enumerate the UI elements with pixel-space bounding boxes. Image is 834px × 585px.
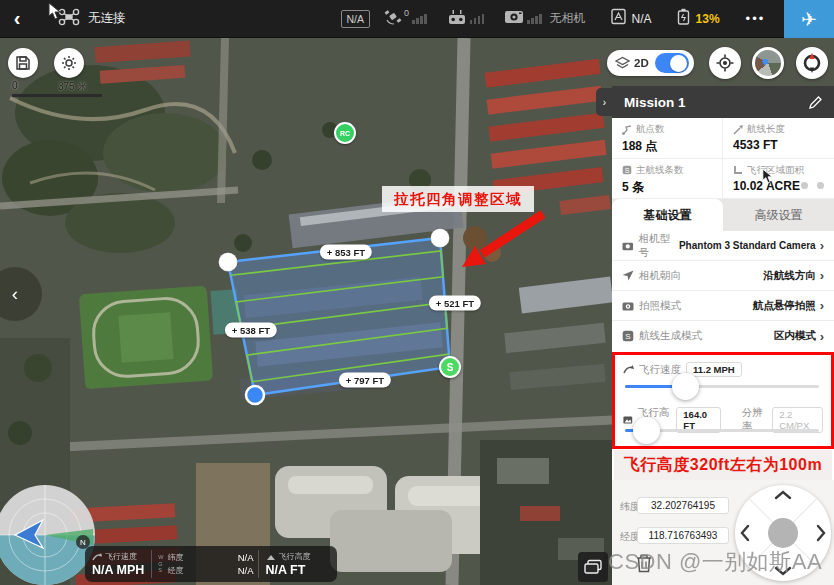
rc-signal-bars	[470, 14, 485, 24]
mode-badge: N/A	[341, 10, 371, 28]
scale-distance: 375 米	[58, 80, 87, 94]
mission-panel: Mission 1 航点数 188 点 航线长度 4533 FT	[612, 86, 834, 585]
satellite-signal-bars	[412, 14, 427, 24]
compass-north-badge: N	[76, 535, 90, 549]
edge-length-top: + 853 FT	[320, 245, 372, 260]
corner-handle-top-right[interactable]	[431, 229, 450, 248]
camera-model-icon	[622, 241, 634, 251]
lat-field[interactable]: 32.202764195	[637, 497, 729, 514]
2d-toggle[interactable]	[655, 53, 689, 73]
camera-heading-icon	[622, 270, 634, 281]
altitude-slider[interactable]	[625, 429, 819, 432]
connection-status: 无连接	[88, 10, 126, 27]
stat-route-length: 航线长度 4533 FT	[723, 118, 834, 159]
stat-main-lines: S 主航线条数 5 条	[612, 159, 723, 200]
lng-field[interactable]: 118.716763493	[637, 527, 729, 544]
row-camera-model[interactable]: 相机型号 Phantom 3 Standard Camera ›	[612, 231, 834, 261]
dpad-center[interactable]	[768, 518, 798, 548]
map-type-button[interactable]	[578, 552, 608, 582]
flight-mode-value: N/A	[632, 12, 652, 26]
telemetry-lat-value: N/A	[238, 552, 254, 563]
svg-text:S: S	[625, 332, 630, 341]
camera-status-text: 无相机	[550, 10, 586, 27]
flight-altitude-icon	[623, 415, 633, 425]
mission-title: Mission 1	[624, 95, 809, 110]
settings-tabs: 基础设置 高级设置	[612, 199, 834, 231]
rc-location-marker[interactable]: RC	[334, 122, 356, 144]
edge-length-left: + 538 FT	[225, 323, 277, 338]
altitude-slider-thumb[interactable]	[633, 417, 660, 444]
more-menu-button[interactable]: •••	[746, 11, 766, 26]
map-settings-button[interactable]	[54, 48, 84, 78]
panel-collapse-handle[interactable]: ›	[596, 88, 613, 116]
top-status-bar: ‹ 无连接 N/A 0	[0, 0, 834, 38]
route-length-icon	[733, 125, 743, 135]
watermark: CSDN @一别如斯AA	[608, 547, 822, 577]
telemetry-alt-value: N/A FT	[266, 563, 311, 577]
row-photo-mode[interactable]: 拍照模式 航点悬停拍照 ›	[612, 291, 834, 321]
annotation-arrow	[482, 214, 543, 254]
scale-bar	[12, 94, 102, 97]
waypoints-icon	[622, 125, 632, 135]
edge-length-right: + 521 FT	[429, 296, 481, 311]
corner-handle-top-left[interactable]	[219, 253, 238, 272]
stat-waypoints: 航点数 188 点	[612, 118, 723, 159]
flight-params-highlight: 飞行速度 11.2 MPH 飞行高度 164.0 FT 分辨率 2.2 CM/P…	[612, 352, 834, 449]
corner-handle-bottom-left[interactable]	[246, 386, 264, 404]
remote-controller-icon	[447, 9, 467, 29]
map-2d-label: 2D	[634, 57, 649, 69]
flight-speed-icon	[623, 365, 634, 374]
mouse-cursor-black	[762, 168, 774, 184]
speed-icon	[92, 553, 102, 561]
speed-slider-thumb[interactable]	[672, 373, 699, 400]
map-annotation: 拉托四角调整区域	[382, 186, 534, 212]
wgs-label: WGS	[152, 546, 163, 582]
row-route-mode[interactable]: S 航线生成模式 区内模式 ›	[612, 321, 834, 351]
speed-slider-row: 飞行速度 11.2 MPH	[623, 362, 823, 377]
battery-icon	[676, 8, 691, 29]
main-lines-icon: S	[622, 165, 632, 175]
telemetry-lng-value: N/A	[238, 565, 254, 576]
takeoff-button[interactable]: ✈	[784, 0, 834, 38]
altitude-icon	[266, 553, 276, 561]
edit-mission-icon[interactable]	[809, 96, 822, 109]
save-mission-button[interactable]	[8, 48, 38, 78]
back-button[interactable]: ‹	[0, 7, 34, 30]
telemetry-lng-label: 经度	[168, 565, 184, 576]
tab-basic-settings[interactable]: 基础设置	[612, 199, 723, 231]
locate-button[interactable]	[709, 47, 741, 79]
scale-start: 0	[12, 80, 18, 91]
layers-icon	[615, 56, 630, 70]
row-camera-heading[interactable]: 相机朝向 沿航线方向 ›	[612, 261, 834, 291]
photo-mode-icon	[622, 301, 634, 311]
mouse-cursor-white	[48, 2, 62, 20]
start-point-marker[interactable]: S	[439, 356, 461, 378]
flight-mode-icon	[610, 8, 627, 29]
dpad-right-chevron	[818, 526, 824, 540]
dpad-up-chevron	[776, 492, 790, 498]
telemetry-alt-label: 飞行高度	[279, 551, 311, 562]
area-icon	[733, 165, 743, 175]
satellite-icon	[384, 9, 402, 29]
telemetry-lat-label: 纬度	[168, 552, 184, 563]
attitude-indicator	[0, 483, 97, 585]
compass-reset-button[interactable]	[796, 47, 828, 79]
app-screen: ‹ 无连接 N/A 0	[0, 0, 834, 585]
minimap-thumbnail	[753, 48, 783, 78]
mission-header: Mission 1	[612, 86, 834, 118]
telemetry-speed-value: N/A MPH	[92, 563, 144, 577]
dpad-left-chevron	[742, 526, 748, 540]
telemetry-bar: 飞行速度 N/A MPH WGS 纬度 N/A 经度 N/A	[85, 546, 337, 582]
svg-text:S: S	[625, 167, 630, 174]
stat-area: 飞行区域面积 10.02 ACRE	[723, 159, 834, 200]
minimap-button[interactable]	[752, 47, 784, 79]
stats-pagination-dots[interactable]	[801, 182, 824, 189]
altitude-note: 飞行高度320ft左右为100m	[614, 450, 832, 480]
map-mode-pill: 2D	[607, 50, 694, 76]
speed-slider[interactable]	[625, 385, 819, 388]
battery-percent: 13%	[696, 12, 720, 26]
tab-advanced-settings[interactable]: 高级设置	[723, 199, 834, 231]
camera-status-icon	[504, 9, 524, 28]
route-mode-icon: S	[622, 330, 634, 342]
camera-signal-bars	[527, 14, 542, 24]
